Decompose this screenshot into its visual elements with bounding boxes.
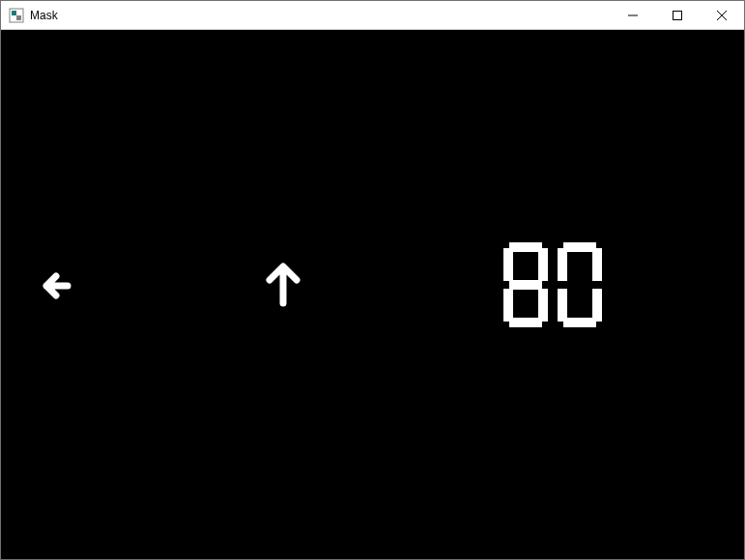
close-icon <box>717 11 727 20</box>
minimize-icon <box>628 11 638 20</box>
window-title: Mask <box>30 9 58 22</box>
svg-rect-2 <box>16 15 21 20</box>
digit-0 <box>503 242 548 327</box>
content-area <box>1 30 744 559</box>
svg-rect-1 <box>12 11 16 15</box>
arrow-left-icon <box>39 266 77 305</box>
minimize-button[interactable] <box>611 1 655 30</box>
maximize-button[interactable] <box>655 1 700 30</box>
svg-rect-4 <box>673 11 682 19</box>
close-button[interactable] <box>700 1 744 30</box>
digit-1 <box>558 242 602 327</box>
arrow-up-icon <box>262 259 304 307</box>
seven-segment-readout <box>503 242 602 327</box>
titlebar: Mask <box>1 1 744 30</box>
window: Mask <box>0 0 745 560</box>
maximize-icon <box>673 11 682 20</box>
app-icon <box>9 8 24 23</box>
